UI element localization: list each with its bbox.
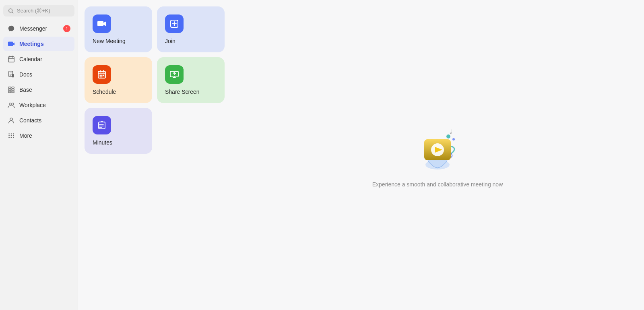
svg-rect-13	[8, 89, 11, 91]
sidebar-item-more[interactable]: More	[3, 128, 74, 143]
contacts-icon	[7, 116, 15, 124]
sidebar-item-workplace[interactable]: Workplace	[3, 98, 74, 112]
svg-point-29	[13, 137, 14, 138]
svg-point-26	[13, 135, 14, 136]
svg-rect-16	[12, 89, 14, 91]
svg-rect-11	[12, 74, 14, 77]
sidebar-item-docs[interactable]: Docs	[3, 67, 74, 82]
svg-point-27	[8, 137, 10, 138]
sidebar-item-base[interactable]: Base	[3, 83, 74, 97]
meetings-label: Meetings	[19, 41, 44, 47]
svg-point-19	[12, 103, 14, 105]
svg-line-1	[12, 12, 13, 13]
more-icon	[7, 132, 15, 140]
share-screen-icon	[165, 65, 184, 84]
svg-point-41	[103, 75, 104, 76]
meetings-icon	[7, 40, 15, 48]
contacts-label: Contacts	[19, 117, 41, 124]
svg-point-25	[11, 135, 12, 136]
share-screen-card[interactable]: Share Screen	[157, 57, 225, 103]
svg-point-20	[10, 118, 12, 120]
svg-point-21	[8, 133, 10, 134]
svg-point-18	[9, 103, 11, 105]
search-placeholder: Search (⌘+K)	[17, 8, 50, 14]
join-label: Join	[165, 38, 217, 44]
sidebar-item-calendar[interactable]: Calendar	[3, 52, 74, 66]
schedule-icon	[93, 65, 111, 84]
svg-rect-15	[12, 87, 14, 89]
search-bar[interactable]: Search (⌘+K)	[3, 5, 74, 17]
svg-rect-30	[97, 21, 103, 26]
base-icon	[7, 86, 15, 94]
illustration-area: 𝅗𝅥 Experience a smooth and collaborative…	[231, 0, 644, 310]
svg-rect-3	[8, 57, 14, 62]
svg-point-23	[13, 133, 14, 134]
workplace-icon	[7, 101, 15, 109]
new-meeting-card[interactable]: New Meeting	[85, 6, 152, 52]
svg-point-63	[452, 138, 455, 141]
svg-point-43	[101, 76, 103, 78]
docs-icon	[7, 70, 15, 79]
messenger-badge: 1	[63, 25, 70, 32]
svg-point-62	[446, 134, 450, 138]
cards-area: New Meeting Join	[78, 0, 231, 310]
svg-rect-17	[12, 91, 14, 93]
minutes-card[interactable]: Minutes	[85, 108, 152, 154]
illustration: 𝅗𝅥	[411, 122, 464, 175]
svg-text:𝅗𝅥: 𝅗𝅥	[450, 129, 452, 134]
svg-point-24	[8, 135, 10, 136]
svg-point-54	[99, 127, 100, 128]
sidebar-item-meetings[interactable]: Meetings	[3, 37, 74, 51]
messenger-icon	[7, 25, 15, 33]
join-icon	[165, 14, 184, 33]
illustration-caption: Experience a smooth and collaborative me…	[372, 181, 503, 188]
calendar-icon	[7, 55, 15, 63]
sidebar-item-messenger[interactable]: Messenger 1	[3, 21, 74, 36]
new-meeting-icon	[93, 14, 111, 33]
workplace-label: Workplace	[19, 102, 46, 108]
minutes-icon	[93, 116, 111, 134]
search-icon	[8, 8, 14, 14]
svg-point-40	[101, 75, 103, 76]
join-card[interactable]: Join	[157, 6, 225, 52]
sidebar: Search (⌘+K) Messenger 1 Meetings	[0, 0, 78, 310]
minutes-label: Minutes	[93, 139, 144, 146]
svg-point-22	[11, 133, 12, 134]
svg-rect-14	[8, 91, 11, 93]
svg-rect-12	[8, 87, 11, 89]
more-label: More	[19, 132, 32, 139]
share-screen-label: Share Screen	[165, 89, 217, 95]
base-label: Base	[19, 87, 32, 93]
sidebar-item-contacts[interactable]: Contacts	[3, 113, 74, 128]
calendar-label: Calendar	[19, 56, 42, 62]
svg-point-28	[11, 137, 12, 138]
docs-label: Docs	[19, 71, 32, 78]
svg-rect-2	[8, 42, 13, 46]
schedule-card[interactable]: Schedule	[85, 57, 152, 103]
main-content: New Meeting Join	[78, 0, 644, 310]
svg-point-39	[100, 75, 101, 76]
svg-point-42	[100, 76, 101, 78]
new-meeting-label: New Meeting	[93, 38, 144, 44]
messenger-label: Messenger	[19, 25, 47, 32]
svg-point-53	[99, 126, 100, 126]
schedule-label: Schedule	[93, 89, 144, 95]
svg-point-52	[99, 124, 100, 125]
